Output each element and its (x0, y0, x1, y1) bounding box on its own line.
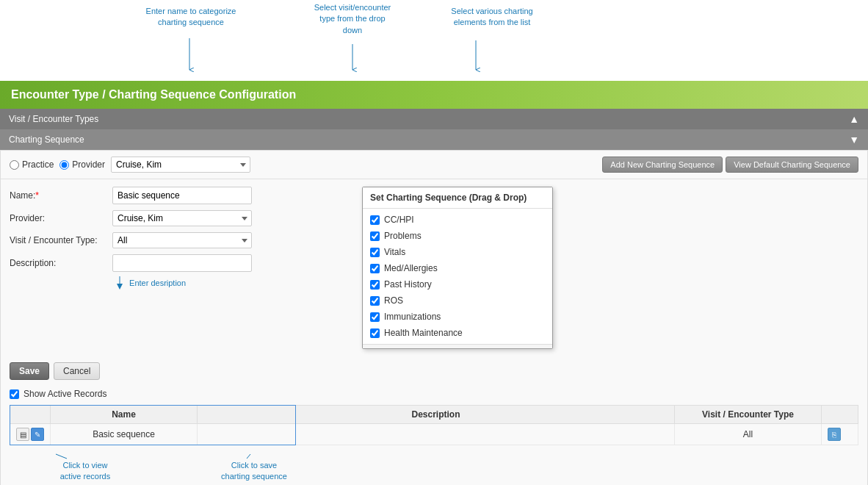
dnd-checkbox-2[interactable] (370, 248, 380, 257)
save-button[interactable]: Save (10, 362, 49, 380)
show-active-checkbox[interactable] (10, 389, 19, 399)
dnd-label-7: Health Maintenance (384, 328, 463, 338)
table-row: ▤ ✎ Basic sequence All ⎘ (10, 424, 858, 445)
dnd-item-0[interactable]: CC/HPI (363, 212, 552, 228)
records-table: Name Description Visit / Encounter Type … (10, 405, 858, 445)
dnd-checkbox-0[interactable] (370, 215, 380, 225)
bottom-ann-right: Click to savecharting sequence (214, 460, 294, 483)
cancel-button[interactable]: Cancel (54, 362, 100, 380)
view-default-charting-button[interactable]: View Default Charting Sequence (726, 157, 858, 173)
buttons-row: Save Cancel (1, 356, 867, 386)
cs-toolbar-left: Practice Provider Cruise, Kim (10, 157, 250, 173)
action-icons: ▤ ✎ (16, 428, 44, 441)
description-label: Description: (10, 258, 112, 268)
visit-encounter-section-header[interactable]: Visit / Encounter Types ▲ (0, 109, 868, 129)
dnd-item-3[interactable]: Med/Allergies (363, 260, 552, 276)
desc-arrow-icon (112, 276, 127, 291)
copy-icon-btn[interactable]: ⎘ (828, 428, 841, 441)
name-label: Name:* (10, 190, 112, 201)
practice-radio[interactable] (10, 160, 19, 170)
row-name-value: Basic sequence (93, 429, 155, 439)
form-left: Name:* Provider: Cruise, Kim Visit / Enc… (10, 187, 347, 349)
toolbar-provider-select[interactable]: Cruise, Kim (111, 157, 250, 173)
practice-label: Practice (22, 159, 54, 170)
svg-line-6 (247, 454, 250, 459)
show-active-label[interactable]: Show Active Records (23, 389, 106, 399)
cs-toolbar-right: Add New Charting Sequence View Default C… (602, 157, 858, 173)
row-actions-cell: ▤ ✎ (10, 424, 51, 445)
col-header-description: Description (198, 406, 675, 424)
dnd-label-4: Past History (384, 279, 432, 290)
dnd-label-5: ROS (384, 295, 403, 306)
col-header-actions (10, 406, 51, 424)
bottom-annotation-area: Click to viewactive records Click to sav… (1, 453, 867, 485)
annotation-2: Select visit/encountertype from the drop… (301, 2, 404, 36)
dnd-header: Set Charting Sequence (Drag & Drop) (363, 187, 552, 209)
visit-encounter-label: Visit / Encounter Types (9, 114, 98, 124)
dnd-item-5[interactable]: ROS (363, 292, 552, 309)
dnd-item-6[interactable]: Immunizations (363, 309, 552, 325)
dnd-checkbox-1[interactable] (370, 231, 380, 241)
dnd-item-4[interactable]: Past History (363, 276, 552, 292)
visit-type-row: Visit / Encounter Type: All (10, 232, 347, 248)
charting-section-content: Practice Provider Cruise, Kim Add New Ch… (0, 150, 868, 485)
dnd-scroll-indicator (363, 344, 552, 348)
page-wrapper: Enter name to categorizecharting sequenc… (0, 0, 868, 485)
row-visit-type-value: All (743, 429, 753, 439)
edit-icon-btn[interactable]: ▤ (16, 428, 29, 441)
active-records-row: Show Active Records (1, 386, 867, 402)
dnd-checkbox-4[interactable] (370, 280, 380, 290)
dnd-label-6: Immunizations (384, 312, 441, 322)
description-row: Description: (10, 254, 347, 272)
radio-provider[interactable]: Provider (59, 159, 105, 170)
page-title: Encounter Type / Charting Sequence Confi… (11, 88, 296, 101)
blue-edit-icon-btn[interactable]: ✎ (31, 428, 44, 441)
charting-sequence-chevron: ▼ (849, 134, 859, 146)
dnd-checkbox-6[interactable] (370, 312, 380, 322)
svg-marker-4 (117, 284, 123, 290)
description-annotation: Enter desription (10, 276, 347, 291)
row-copy-cell: ⎘ (822, 424, 858, 445)
name-row: Name:* (10, 187, 347, 204)
dnd-checkbox-5[interactable] (370, 296, 380, 306)
dnd-item-7[interactable]: Health Maintenance (363, 325, 552, 341)
svg-line-5 (56, 454, 67, 459)
radio-practice[interactable]: Practice (10, 159, 54, 170)
annotation-3: Select various chartingelements from the… (441, 6, 543, 29)
form-right: Set Charting Sequence (Drag & Drop) CC/H… (362, 187, 858, 349)
bottom-ann-left: Click to viewactive records (45, 460, 126, 483)
dnd-panel: Set Charting Sequence (Drag & Drop) CC/H… (362, 187, 553, 349)
row-visit-type-cell: All (675, 424, 822, 445)
table-container: Name Description Visit / Encounter Type … (1, 405, 867, 453)
row-description-cell (198, 424, 675, 445)
provider-field-select[interactable]: Cruise, Kim (112, 210, 252, 226)
provider-radio[interactable] (59, 160, 69, 170)
cs-toolbar: Practice Provider Cruise, Kim Add New Ch… (1, 151, 867, 179)
desc-hint: Enter desription (129, 279, 186, 287)
annotation-1: Enter name to categorizecharting sequenc… (143, 6, 239, 29)
provider-field-label: Provider: (10, 213, 112, 223)
add-new-charting-button[interactable]: Add New Charting Sequence (602, 157, 723, 173)
description-input[interactable] (112, 254, 252, 272)
charting-sequence-section-header[interactable]: Charting Sequence ▼ (0, 129, 868, 150)
name-input[interactable] (112, 187, 252, 204)
dnd-label-2: Vitals (384, 247, 405, 257)
dnd-item-2[interactable]: Vitals (363, 244, 552, 260)
bottom-ann-arrows (1, 453, 867, 485)
dnd-label-0: CC/HPI (384, 215, 414, 225)
provider-row: Provider: Cruise, Kim (10, 210, 347, 226)
visit-type-select[interactable]: All (112, 232, 252, 248)
annotation-arrows (0, 0, 868, 81)
dnd-list: CC/HPI Problems Vitals Med/Allergie (363, 209, 552, 344)
dnd-item-1[interactable]: Problems (363, 228, 552, 244)
dnd-checkbox-3[interactable] (370, 264, 380, 273)
annotation-area: Enter name to categorizecharting sequenc… (0, 0, 868, 81)
visit-type-label: Visit / Encounter Type: (10, 235, 112, 245)
col-header-name: Name (51, 406, 198, 424)
charting-sequence-label: Charting Sequence (9, 134, 84, 145)
col-header-visit-type: Visit / Encounter Type (675, 406, 822, 424)
dnd-checkbox-7[interactable] (370, 328, 380, 338)
visit-encounter-chevron: ▲ (849, 113, 859, 125)
dnd-label-3: Med/Allergies (384, 263, 438, 273)
dnd-label-1: Problems (384, 231, 422, 241)
